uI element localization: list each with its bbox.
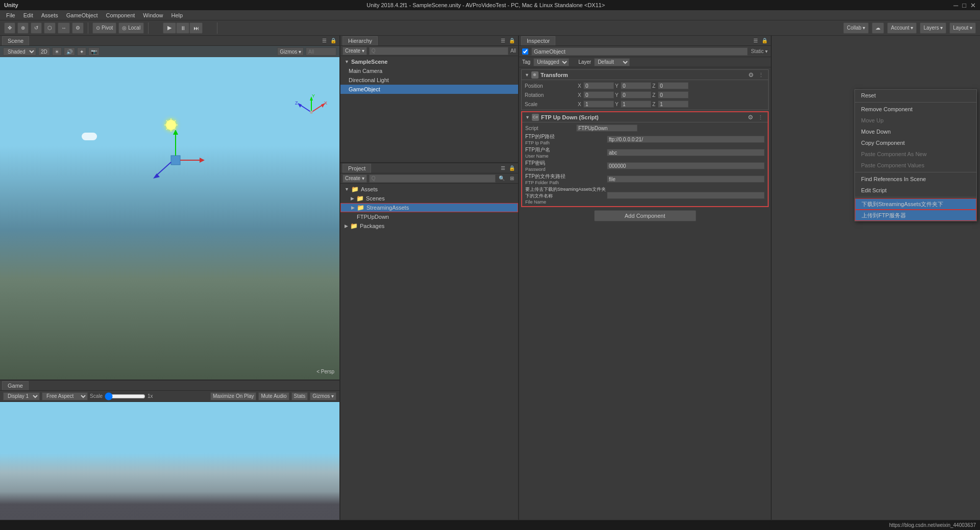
tab-hierarchy[interactable]: Hierarchy bbox=[342, 36, 378, 45]
transform-header[interactable]: ▼ ⊕ Transform ⚙ ⋮ bbox=[522, 70, 768, 80]
maximize-on-play-btn[interactable]: Maximize On Play bbox=[210, 392, 257, 400]
transform-tool[interactable]: ⚙ bbox=[72, 22, 84, 34]
collab-btn[interactable]: Collab ▾ bbox=[843, 22, 869, 34]
ctx-paste-values[interactable]: Paste Component Values bbox=[855, 160, 976, 171]
ctx-remove-component[interactable]: Remove Component bbox=[855, 104, 976, 115]
minimize-btn[interactable]: ─ bbox=[953, 2, 958, 9]
layer-select[interactable]: Default bbox=[594, 58, 630, 66]
account-btn[interactable]: Account ▾ bbox=[887, 22, 917, 34]
gameobject-name-input[interactable]: GameObject bbox=[531, 47, 748, 56]
ftp-user-input[interactable]: abc bbox=[607, 149, 765, 156]
ftp-ip-input[interactable]: ftp://0.0.0.0:21/ bbox=[607, 136, 765, 143]
scl-y-input[interactable] bbox=[621, 100, 651, 108]
ctx-upload-ftp[interactable]: 上传到FTP服务器 bbox=[855, 210, 976, 221]
display-select[interactable]: Display 1 bbox=[3, 392, 40, 400]
game-gizmos-btn[interactable]: Gizmos ▾ bbox=[310, 392, 336, 400]
ctx-move-up[interactable]: Move Up bbox=[855, 115, 976, 126]
ftp-filename-input[interactable] bbox=[607, 192, 765, 199]
pivot-btn[interactable]: ⊙ Pivot bbox=[92, 22, 116, 34]
window-controls[interactable]: ─ □ ✕ bbox=[953, 2, 976, 9]
hierarchy-item-gameobject[interactable]: GameObject bbox=[340, 85, 518, 94]
scene-fx[interactable]: ✦ bbox=[77, 47, 86, 56]
tab-scene[interactable]: Scene bbox=[2, 36, 29, 45]
scale-tool[interactable]: ⬡ bbox=[44, 22, 56, 34]
inspector-panel-menu[interactable]: ☰ bbox=[751, 37, 760, 45]
hierarchy-search[interactable] bbox=[369, 47, 508, 55]
scene-search[interactable] bbox=[306, 47, 336, 56]
layers-btn[interactable]: Layers ▾ bbox=[920, 22, 946, 34]
menu-assets[interactable]: Assets bbox=[37, 10, 62, 20]
hierarchy-item-maincamera[interactable]: Main Camera bbox=[340, 66, 518, 75]
project-toggle-btn[interactable]: ⊞ bbox=[508, 174, 516, 183]
tab-project[interactable]: Project bbox=[342, 164, 371, 173]
close-btn[interactable]: ✕ bbox=[970, 2, 976, 9]
ftp-header[interactable]: ▼ C# FTP Up Down (Script) ⚙ ⋮ bbox=[522, 112, 768, 122]
transform-context-btn[interactable]: ⋮ bbox=[757, 71, 765, 79]
menu-edit[interactable]: Edit bbox=[19, 10, 37, 20]
pos-z-input[interactable] bbox=[658, 82, 689, 89]
scene-panel-lock[interactable]: 🔒 bbox=[329, 37, 337, 45]
maximize-btn[interactable]: □ bbox=[962, 2, 966, 9]
project-item-packages[interactable]: ▶ 📁 Packages bbox=[340, 221, 518, 231]
hierarchy-panel-lock[interactable]: 🔒 bbox=[508, 37, 516, 45]
tab-inspector[interactable]: Inspector bbox=[521, 36, 555, 45]
ctx-reset[interactable]: Reset bbox=[855, 90, 976, 101]
rotate-tool[interactable]: ↺ bbox=[31, 22, 42, 34]
local-btn[interactable]: ◎ Local bbox=[118, 22, 144, 34]
rot-z-input[interactable] bbox=[658, 91, 689, 98]
cloud-btn[interactable]: ☁ bbox=[872, 22, 884, 34]
ftp-settings-btn[interactable]: ⚙ bbox=[746, 113, 754, 121]
ftp-context-btn[interactable]: ⋮ bbox=[756, 113, 765, 121]
menu-file[interactable]: File bbox=[2, 10, 19, 20]
scene-audio[interactable]: 🔊 bbox=[64, 47, 75, 56]
scl-z-input[interactable] bbox=[658, 100, 689, 108]
hand-tool[interactable]: ✥ bbox=[4, 22, 15, 34]
pos-x-input[interactable] bbox=[583, 82, 614, 89]
project-search[interactable] bbox=[369, 174, 496, 183]
menu-window[interactable]: Window bbox=[139, 10, 167, 20]
rect-tool[interactable]: ↔ bbox=[58, 22, 70, 34]
tab-game[interactable]: Game bbox=[2, 381, 29, 390]
scene-camera[interactable]: 📷 bbox=[88, 47, 100, 56]
scene-lighting[interactable]: ☀ bbox=[52, 47, 62, 56]
tag-select[interactable]: Untagged bbox=[533, 58, 569, 66]
hierarchy-panel-menu[interactable]: ☰ bbox=[499, 37, 507, 45]
inspector-panel-lock[interactable]: 🔒 bbox=[761, 37, 769, 45]
ctx-find-references[interactable]: Find References In Scene bbox=[855, 173, 976, 185]
menu-component[interactable]: Component bbox=[102, 10, 139, 20]
hierarchy-item-samplescene[interactable]: ▼ SampleScene bbox=[340, 57, 518, 66]
step-button[interactable]: ⏭ bbox=[189, 22, 203, 34]
ctx-copy-component[interactable]: Copy Component bbox=[855, 137, 976, 148]
project-panel-menu[interactable]: ☰ bbox=[499, 164, 507, 172]
ctx-move-down[interactable]: Move Down bbox=[855, 126, 976, 137]
hierarchy-create-btn[interactable]: Create ▾ bbox=[342, 47, 367, 55]
project-item-assets[interactable]: ▼ 📁 Assets bbox=[340, 185, 518, 194]
hierarchy-item-directionallight[interactable]: Directional Light bbox=[340, 75, 518, 85]
project-panel-lock[interactable]: 🔒 bbox=[508, 164, 516, 172]
play-button[interactable]: ▶ bbox=[163, 22, 176, 34]
rot-y-input[interactable] bbox=[621, 91, 651, 98]
pos-y-input[interactable] bbox=[621, 82, 651, 89]
ctx-paste-as-new[interactable]: Paste Component As New bbox=[855, 148, 976, 160]
aspect-select[interactable]: Free Aspect bbox=[42, 392, 88, 400]
gizmos-btn[interactable]: Gizmos ▾ bbox=[277, 47, 304, 56]
mute-audio-btn[interactable]: Mute Audio bbox=[258, 392, 289, 400]
add-component-button[interactable]: Add Component bbox=[594, 210, 696, 221]
ctx-edit-script[interactable]: Edit Script bbox=[855, 185, 976, 196]
shading-mode-select[interactable]: Shaded bbox=[3, 47, 36, 56]
scene-panel-menu[interactable]: ☰ bbox=[320, 37, 328, 45]
menu-gameobject[interactable]: GameObject bbox=[62, 10, 102, 20]
project-create-btn[interactable]: Create ▾ bbox=[342, 174, 367, 183]
project-item-streamingassets[interactable]: ▶ 📁 StreamingAssets bbox=[340, 203, 518, 212]
2d-toggle[interactable]: 2D bbox=[38, 47, 50, 56]
gameobject-active-checkbox[interactable] bbox=[522, 48, 528, 55]
transform-settings-btn[interactable]: ⚙ bbox=[747, 71, 755, 79]
project-search-btn[interactable]: 🔍 bbox=[498, 174, 506, 183]
layout-btn[interactable]: Layout ▾ bbox=[949, 22, 976, 34]
project-item-scenes[interactable]: ▶ 📁 Scenes bbox=[340, 194, 518, 203]
project-item-ftpupdown[interactable]: FTPUpDown bbox=[340, 212, 518, 221]
scl-x-input[interactable] bbox=[583, 100, 614, 108]
ctx-download-streaming[interactable]: 下载到StreamingAssets文件夹下 bbox=[855, 198, 976, 210]
ftp-folder-input[interactable]: file bbox=[607, 175, 765, 183]
ftp-script-ref[interactable]: FTPUpDown bbox=[576, 124, 638, 132]
